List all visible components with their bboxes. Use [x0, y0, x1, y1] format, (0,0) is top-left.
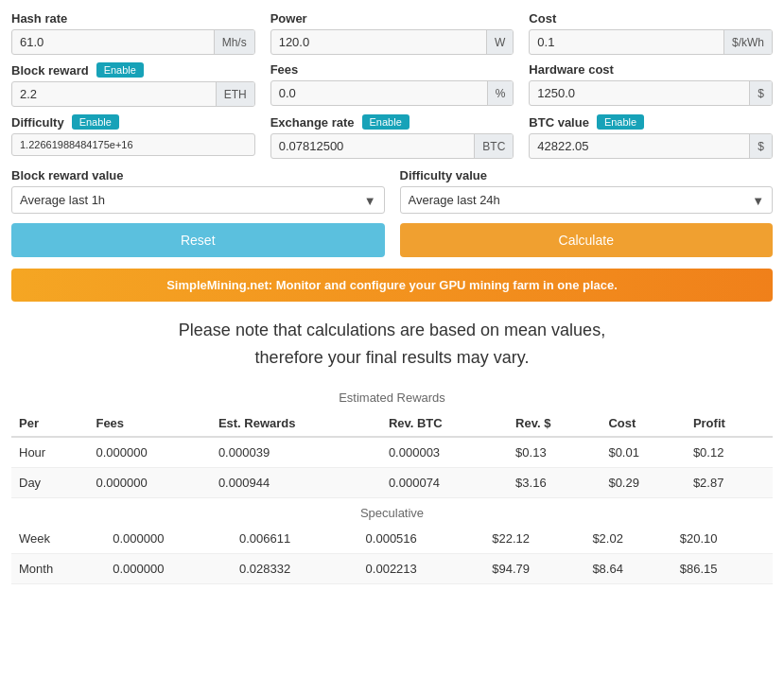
hash-rate-label: Hash rate: [11, 11, 255, 26]
cell-rev-dollar: $22.12: [484, 524, 584, 554]
power-input[interactable]: [271, 30, 486, 54]
power-group: Power W: [270, 11, 514, 55]
note-line1: Please note that calculations are based …: [179, 321, 605, 339]
hash-rate-unit: Mh/s: [214, 30, 254, 54]
cell-rev-btc: 0.000074: [381, 467, 508, 497]
col-cost: Cost: [601, 410, 685, 437]
cost-input-wrapper: $/kWh: [529, 29, 773, 55]
exchange-rate-input[interactable]: [271, 134, 475, 158]
cell-profit: $86.15: [672, 553, 773, 583]
cell-est-rewards: 0.000039: [211, 437, 381, 468]
cell-profit: $20.10: [672, 524, 773, 554]
estimated-rewards-label: Estimated Rewards: [11, 391, 773, 405]
table-row: Hour 0.000000 0.000039 0.000003 $0.13 $0…: [11, 437, 773, 468]
cost-input[interactable]: [530, 30, 723, 54]
difficulty-enable[interactable]: Enable: [72, 114, 119, 130]
fees-input-wrapper: %: [270, 80, 514, 106]
block-reward-unit: ETH: [216, 82, 254, 106]
cell-fees: 0.000000: [105, 524, 232, 554]
cell-per: Hour: [11, 437, 88, 468]
speculative-row: Week 0.000000 0.006611 0.000516 $22.12 $…: [11, 524, 773, 554]
block-reward-enable[interactable]: Enable: [96, 62, 144, 78]
cell-profit: $2.87: [686, 467, 773, 497]
block-reward-input-wrapper: ETH: [11, 81, 255, 107]
block-reward-value-label: Block reward value: [11, 168, 385, 182]
col-rev-btc: Rev. BTC: [381, 410, 508, 437]
block-reward-group: Block reward Enable ETH: [11, 62, 255, 107]
cost-label: Cost: [529, 11, 773, 26]
note-text: Please note that calculations are based …: [11, 317, 773, 372]
cell-rev-btc: 0.002213: [358, 553, 485, 583]
exchange-rate-input-wrapper: BTC: [270, 133, 514, 159]
cell-cost: $0.29: [601, 467, 685, 497]
difficulty-group: Difficulty Enable: [11, 114, 255, 159]
btc-value-label: BTC value Enable: [529, 114, 773, 130]
cell-rev-dollar: $94.79: [484, 553, 584, 583]
table-row: Day 0.000000 0.000944 0.000074 $3.16 $0.…: [11, 467, 773, 497]
cell-fees: 0.000000: [105, 553, 232, 583]
note-line2: therefore your final results may vary.: [255, 348, 530, 367]
cell-per: Day: [11, 467, 88, 497]
speculative-table-body: Week 0.000000 0.006611 0.000516 $22.12 $…: [11, 524, 773, 584]
btc-value-input-wrapper: $: [529, 133, 773, 159]
hardware-cost-label: Hardware cost: [529, 62, 773, 77]
exchange-rate-label: Exchange rate Enable: [270, 114, 514, 130]
block-reward-value-select[interactable]: Average last 1h Average last 24h Average…: [12, 187, 384, 213]
cell-rev-dollar: $3.16: [508, 467, 601, 497]
block-reward-label: Block reward Enable: [11, 62, 255, 78]
btc-value-unit: $: [749, 134, 772, 158]
col-fees: Fees: [88, 410, 210, 437]
block-reward-value-wrapper: Average last 1h Average last 24h Average…: [11, 186, 385, 214]
difficulty-label: Difficulty Enable: [11, 114, 255, 130]
fees-input[interactable]: [271, 81, 487, 105]
col-per: Per: [11, 410, 88, 437]
col-profit: Profit: [686, 410, 773, 437]
cell-per: Week: [11, 524, 105, 554]
block-reward-input[interactable]: [12, 82, 216, 106]
cell-est-rewards: 0.006611: [232, 524, 358, 554]
hash-rate-input[interactable]: [12, 30, 214, 54]
difficulty-value-select[interactable]: Average last 1h Average last 24h Average…: [401, 187, 773, 213]
cell-per: Month: [11, 553, 105, 583]
calculator-form: Hash rate Mh/s Power W Cost $/kWh Block …: [11, 11, 773, 159]
fees-group: Fees %: [270, 62, 514, 107]
cell-rev-btc: 0.000516: [358, 524, 485, 554]
hash-rate-group: Hash rate Mh/s: [11, 11, 255, 55]
block-reward-value-group: Block reward value Average last 1h Avera…: [11, 168, 385, 214]
simplemining-banner[interactable]: SimpleMining.net: Monitor and configure …: [11, 269, 773, 302]
cell-fees: 0.000000: [88, 467, 210, 497]
exchange-rate-group: Exchange rate Enable BTC: [270, 114, 514, 159]
power-label: Power: [270, 11, 514, 26]
btc-value-input[interactable]: [530, 134, 749, 158]
cell-fees: 0.000000: [88, 437, 210, 468]
cost-group: Cost $/kWh: [529, 11, 773, 55]
hardware-cost-unit: $: [749, 81, 772, 105]
button-row: Reset Calculate: [11, 223, 773, 257]
hash-rate-input-wrapper: Mh/s: [11, 29, 255, 55]
calculate-button[interactable]: Calculate: [400, 223, 774, 257]
hardware-cost-input[interactable]: [530, 81, 749, 105]
power-unit: W: [486, 30, 513, 54]
speculative-row: Month 0.000000 0.028332 0.002213 $94.79 …: [11, 553, 773, 583]
cell-est-rewards: 0.000944: [211, 467, 381, 497]
exchange-rate-enable[interactable]: Enable: [362, 114, 409, 130]
difficulty-value-label: Difficulty value: [400, 168, 774, 182]
cell-rev-dollar: $0.13: [508, 437, 601, 468]
results-table: Per Fees Est. Rewards Rev. BTC Rev. $ Co…: [11, 410, 773, 498]
speculative-table: Week 0.000000 0.006611 0.000516 $22.12 $…: [11, 524, 773, 584]
exchange-rate-unit: BTC: [474, 134, 513, 158]
power-input-wrapper: W: [270, 29, 514, 55]
speculative-label: Speculative: [11, 498, 773, 524]
cell-cost: $0.01: [601, 437, 685, 468]
cell-rev-btc: 0.000003: [381, 437, 508, 468]
difficulty-value-wrapper: Average last 1h Average last 24h Average…: [400, 186, 774, 214]
main-table-body: Hour 0.000000 0.000039 0.000003 $0.13 $0…: [11, 437, 773, 498]
reset-button[interactable]: Reset: [11, 223, 385, 257]
hardware-cost-input-wrapper: $: [529, 80, 773, 106]
btc-value-group: BTC value Enable $: [529, 114, 773, 159]
btc-value-enable[interactable]: Enable: [597, 114, 644, 130]
dropdown-row: Block reward value Average last 1h Avera…: [11, 168, 773, 214]
cell-cost: $2.02: [584, 524, 671, 554]
difficulty-input[interactable]: [12, 134, 254, 155]
cell-cost: $8.64: [584, 553, 671, 583]
